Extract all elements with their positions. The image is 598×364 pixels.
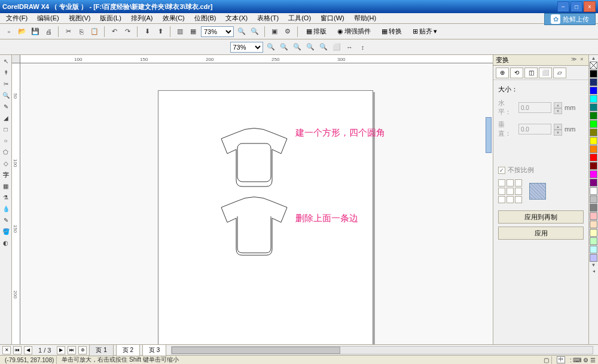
undo-icon[interactable]: ↶ [109, 26, 120, 37]
menu-arrange[interactable]: 排列(A) [126, 13, 158, 23]
ime-indicator[interactable]: 中 [557, 356, 565, 363]
color-swatch[interactable] [590, 154, 597, 161]
color-none[interactable] [590, 62, 597, 69]
color-swatch[interactable] [590, 187, 597, 195]
color-swatch[interactable] [590, 137, 597, 145]
prev-page-icon[interactable]: ◀ [24, 346, 32, 354]
color-swatch[interactable] [590, 212, 597, 220]
h-spinner[interactable]: ▲▼ [554, 102, 562, 113]
anchor-tl[interactable] [498, 179, 505, 186]
rotate-tab-icon[interactable]: ⟲ [510, 68, 523, 78]
zoom-levels-icon[interactable]: 🔍 [266, 42, 276, 53]
plugin-button[interactable]: ◉ 增强插件 [333, 26, 375, 37]
anchor-tr[interactable] [515, 179, 522, 186]
close-button[interactable]: × [584, 1, 596, 12]
zoom-selection-icon[interactable]: 🔍 [305, 42, 316, 53]
eyedropper-icon[interactable]: 💧 [1, 204, 11, 214]
add-page-icon[interactable]: ✕ [2, 346, 11, 354]
launcher-icon[interactable]: ▥ [175, 26, 185, 37]
color-swatch[interactable] [590, 78, 597, 86]
rectangle-tool-icon[interactable]: □ [1, 124, 11, 134]
interactive-fill-icon[interactable]: ◐ [1, 238, 11, 248]
align-button[interactable]: ⊞ 贴齐 ▾ [408, 26, 441, 37]
add-page-after-icon[interactable]: ⊕ [78, 346, 87, 354]
menu-file[interactable]: 文件(F) [1, 13, 32, 23]
print-icon[interactable]: 🖨 [43, 26, 54, 37]
menu-help[interactable]: 帮助(H) [349, 13, 381, 23]
copy-icon[interactable]: ⎘ [76, 26, 87, 37]
crop-tool-icon[interactable]: ✂ [1, 79, 11, 89]
menu-edit[interactable]: 编辑(E) [32, 13, 64, 23]
prop-zoom-select[interactable]: 73% [230, 42, 263, 53]
scale-tab-icon[interactable]: ◫ [524, 68, 538, 78]
color-swatch[interactable] [590, 221, 597, 228]
zoom-in-icon[interactable]: 🔍 [279, 42, 289, 53]
polygon-tool-icon[interactable]: ⬠ [1, 147, 11, 157]
color-swatch[interactable] [590, 120, 597, 128]
menu-effects[interactable]: 效果(C) [158, 13, 190, 23]
open-icon[interactable]: 📂 [17, 26, 28, 37]
anchor-br[interactable] [515, 196, 522, 203]
maximize-button[interactable]: □ [570, 1, 582, 12]
menu-view[interactable]: 视图(V) [64, 13, 96, 23]
v-spinner[interactable]: ▲▼ [554, 124, 562, 134]
scrollbar-thumb[interactable] [172, 347, 340, 354]
page-tab-3[interactable]: 页 3 [142, 344, 166, 356]
zoom-all-icon[interactable]: 🔍 [318, 42, 329, 53]
anchor-tc[interactable] [507, 179, 514, 186]
paste-icon[interactable]: 📋 [89, 26, 100, 37]
cut-icon[interactable]: ✂ [63, 26, 74, 37]
color-swatch[interactable] [590, 95, 597, 103]
color-swatch[interactable] [590, 87, 597, 94]
palette-flyout-icon[interactable]: ◂ [590, 268, 597, 274]
freehand-tool-icon[interactable]: ✎ [1, 102, 11, 112]
table-tool-icon[interactable]: ▦ [1, 181, 11, 191]
color-swatch[interactable] [590, 254, 597, 262]
last-page-icon[interactable]: ⏭ [68, 346, 76, 354]
horizontal-scrollbar[interactable] [171, 346, 593, 354]
zoom-select[interactable]: 73% [201, 26, 234, 37]
smart-fill-icon[interactable]: ◢ [1, 113, 11, 123]
color-swatch[interactable] [590, 229, 597, 237]
blend-tool-icon[interactable]: ⚗ [1, 192, 11, 203]
upload-button[interactable]: ✿ 抢鲜上传 [544, 13, 596, 25]
new-icon[interactable]: ▫ [4, 26, 14, 37]
horizontal-ruler[interactable]: 100 150 200 250 300 [20, 55, 493, 63]
basic-shapes-icon[interactable]: ◇ [1, 158, 11, 169]
export-icon[interactable]: ⬆ [155, 26, 166, 37]
color-swatch[interactable] [590, 246, 597, 253]
menu-table[interactable]: 表格(T) [252, 13, 283, 23]
h-input[interactable] [518, 102, 551, 113]
color-swatch[interactable] [590, 170, 597, 178]
anchor-mc[interactable] [507, 188, 514, 195]
ruler-origin[interactable] [12, 55, 20, 63]
proportion-checkbox[interactable]: ✓ [498, 167, 505, 174]
drawing-canvas[interactable]: 建一个方形，四个圆角 删除上面一条边 [20, 63, 493, 344]
apply-copy-button[interactable]: 应用到再制 [498, 210, 584, 224]
import-icon[interactable]: ⬇ [142, 26, 152, 37]
ellipse-tool-icon[interactable]: ○ [1, 136, 11, 146]
next-page-icon[interactable]: ▶ [57, 346, 65, 354]
ime-icons[interactable]: : ⌨ ⚙ ☰ [570, 357, 596, 363]
anchor-bl[interactable] [498, 196, 505, 203]
zoom-tool-icon[interactable]: 🔍 [1, 90, 11, 100]
color-swatch[interactable] [590, 145, 597, 153]
text-tool-icon[interactable]: 字 [1, 170, 11, 180]
size-tab-icon[interactable]: ⬜ [539, 68, 552, 78]
palette-up-icon[interactable]: ▲ [590, 56, 597, 62]
docker-close-icon[interactable]: × [578, 56, 586, 65]
docker-expand-icon[interactable]: ≫ [569, 56, 578, 65]
position-tab-icon[interactable]: ⊕ [496, 68, 509, 78]
menu-layout[interactable]: 版面(L) [95, 13, 126, 23]
shape-tool-icon[interactable]: ↟ [1, 68, 11, 78]
color-swatch[interactable] [590, 237, 597, 245]
first-page-icon[interactable]: ⏮ [13, 346, 22, 354]
zoom-out-icon[interactable]: 🔍 [249, 26, 260, 37]
convert-button[interactable]: ▦ 转换 [377, 26, 406, 37]
vertical-ruler[interactable]: 50 100 150 200 [12, 63, 20, 344]
v-input[interactable] [518, 124, 551, 134]
skew-tab-icon[interactable]: ▱ [553, 68, 566, 78]
redo-icon[interactable]: ↷ [122, 26, 133, 37]
anchor-mr[interactable] [515, 188, 522, 195]
zoom-in-icon[interactable]: 🔍 [236, 26, 247, 37]
